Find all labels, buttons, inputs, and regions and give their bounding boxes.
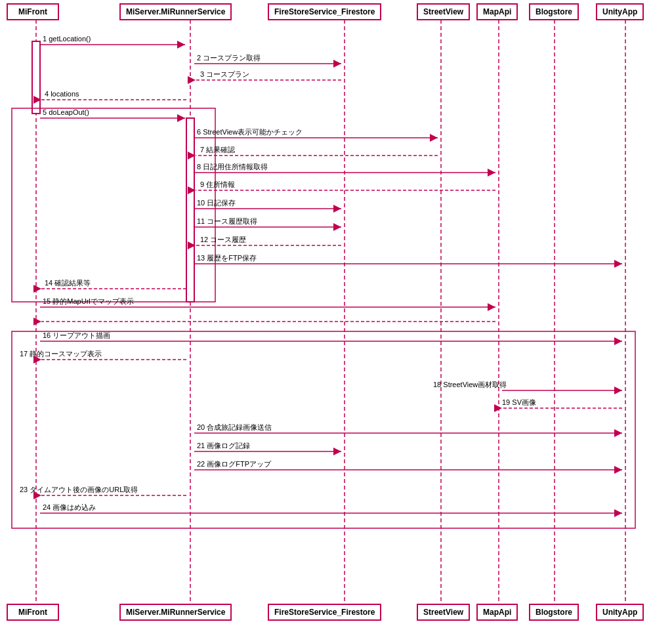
- svg-text:15 静的MapUrlでマップ表示: 15 静的MapUrlでマップ表示: [43, 297, 134, 305]
- svg-text:11 コース履歴取得: 11 コース履歴取得: [197, 217, 257, 225]
- actor-unityapp-bottom: UnityApp: [596, 604, 644, 621]
- actor-mapapi-bottom: MapApi: [476, 604, 518, 621]
- svg-text:9 住所情報: 9 住所情報: [200, 180, 235, 188]
- svg-text:3 コースプラン: 3 コースプラン: [200, 70, 249, 78]
- svg-text:12 コース履歴: 12 コース履歴: [200, 236, 246, 243]
- svg-rect-10: [32, 41, 40, 114]
- actor-streetview-top: StreetView: [417, 3, 470, 20]
- svg-rect-12: [12, 331, 635, 528]
- svg-text:7 結果確認: 7 結果確認: [200, 146, 235, 154]
- svg-text:6 StreetView表示可能かチェック: 6 StreetView表示可能かチェック: [197, 128, 303, 136]
- actor-mifront-bottom: MiFront: [7, 604, 59, 621]
- svg-text:1 getLocation(): 1 getLocation(): [43, 35, 91, 43]
- actor-blogstore-bottom: Blogstore: [529, 604, 579, 621]
- svg-text:19 SV画像: 19 SV画像: [502, 398, 536, 406]
- actor-unityapp-top: UnityApp: [596, 3, 644, 20]
- svg-text:18 StreetView画材取得: 18 StreetView画材取得: [433, 381, 507, 388]
- actor-firestore-top: FireStoreService_Firestore: [268, 3, 381, 20]
- svg-text:22 画像ログFTPアップ: 22 画像ログFTPアップ: [197, 460, 272, 468]
- svg-text:8 日記用住所情報取得: 8 日記用住所情報取得: [197, 163, 268, 171]
- svg-text:2 コースプラン取得: 2 コースプラン取得: [197, 54, 261, 62]
- svg-text:14 確認結果等: 14 確認結果等: [45, 279, 91, 287]
- svg-rect-11: [12, 108, 215, 302]
- sequence-diagram: 1 getLocation() 2 コースプラン取得 3 コースプラン 4 lo…: [0, 0, 672, 626]
- svg-text:17 静的コースマップ表示: 17 静的コースマップ表示: [20, 350, 102, 358]
- svg-text:24 画像はめ込み: 24 画像はめ込み: [43, 503, 96, 511]
- actor-blogstore-top: Blogstore: [529, 3, 579, 20]
- svg-rect-9: [186, 118, 194, 302]
- actor-mapapi-top: MapApi: [476, 3, 518, 20]
- actor-firestore-bottom: FireStoreService_Firestore: [268, 604, 381, 621]
- svg-text:20 合成旅記録画像送信: 20 合成旅記録画像送信: [197, 423, 272, 431]
- svg-text:23 タイムアウト後の画像のURL取得: 23 タイムアウト後の画像のURL取得: [20, 486, 138, 493]
- svg-text:13 履歴をFTP保存: 13 履歴をFTP保存: [197, 254, 257, 262]
- svg-text:4 locations: 4 locations: [45, 90, 79, 98]
- svg-text:5 doLeapOut(): 5 doLeapOut(): [43, 108, 89, 116]
- actor-miserver-bottom: MiServer.MiRunnerService: [119, 604, 232, 621]
- svg-text:16 リープアウト描画: 16 リープアウト描画: [43, 331, 110, 339]
- actor-streetview-bottom: StreetView: [417, 604, 470, 621]
- svg-text:21 画像ログ記録: 21 画像ログ記録: [197, 442, 250, 449]
- svg-text:10 日記保存: 10 日記保存: [197, 199, 236, 207]
- actor-miserver-top: MiServer.MiRunnerService: [119, 3, 232, 20]
- actor-mifront-top: MiFront: [7, 3, 59, 20]
